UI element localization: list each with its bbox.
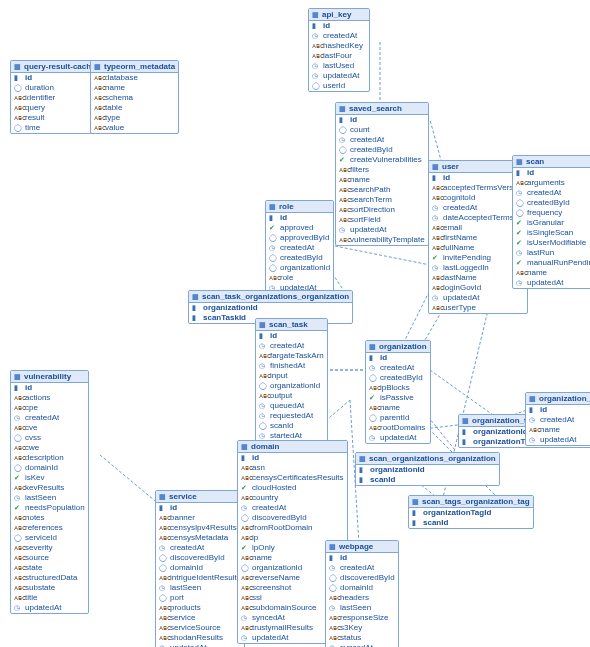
field-row[interactable]: ◯frequency [513,208,590,218]
field-row[interactable]: ◯organizationId [266,263,333,273]
field-row[interactable]: ◷createdAt [526,415,590,425]
entity-query-result-cache[interactable]: ▦query-result-cache▮id◯durationᴀʙᴄidenti… [10,60,100,134]
field-row[interactable]: ᴀʙᴄuserType [429,303,527,313]
entity-service[interactable]: ▦service▮idᴀʙᴄbannerᴀʙᴄcensysIpv4Results… [155,490,245,647]
field-row[interactable]: ◯duration [11,83,99,93]
entity-header[interactable]: ▦scan_organizations_organization [356,453,499,465]
field-row[interactable]: ᴀʙᴄcwe [11,443,88,453]
field-row[interactable]: ◷createdAt [156,543,244,553]
field-row[interactable]: ✔manualRunPending [513,258,590,268]
field-row[interactable]: ◷lastRun [513,248,590,258]
field-row[interactable]: ᴀʙᴄfargateTaskArn [256,351,327,361]
field-row[interactable]: ᴀʙᴄvulnerabilityTemplate [336,235,428,245]
erd-canvas[interactable]: ▦query-result-cache▮id◯durationᴀʙᴄidenti… [0,0,590,647]
field-row[interactable]: ◯domainId [326,583,398,593]
field-row[interactable]: ◷syncedAt [326,643,398,647]
field-row[interactable]: ✔isPassive [366,393,430,403]
field-row[interactable]: ◷updatedAt [11,603,88,613]
field-row[interactable]: ᴀʙᴄsubstate [11,583,88,593]
field-row[interactable]: ◷lastSeen [11,493,88,503]
field-row[interactable]: ᴀʙᴄidentifier [11,93,99,103]
field-row[interactable]: ◯createdById [266,253,333,263]
field-row[interactable]: ▮id [156,503,244,513]
field-row[interactable]: ᴀʙᴄresponseSize [326,613,398,623]
field-row[interactable]: ◷lastSeen [156,583,244,593]
field-row[interactable]: ᴀʙᴄcensysMetadata [156,533,244,543]
field-row[interactable]: ᴀʙᴄtitle [11,593,88,603]
field-row[interactable]: ◯cvss [11,433,88,443]
field-row[interactable]: ▮id [238,453,347,463]
field-row[interactable]: ◷createdAt [266,243,333,253]
field-row[interactable]: ᴀʙᴄcve [11,423,88,433]
field-row[interactable]: ▮id [256,331,327,341]
entity-header[interactable]: ▦scan [513,156,590,168]
entity-scan-orgs[interactable]: ▦scan_organizations_organization▮organiz… [355,452,500,486]
field-row[interactable]: ◷lastUsed [309,61,369,71]
field-row[interactable]: ᴀʙᴄsource [11,553,88,563]
entity-vulnerability[interactable]: ▦vulnerability▮idᴀʙᴄactionsᴀʙᴄcpe◷create… [10,370,89,614]
field-row[interactable]: ᴀʙᴄname [526,425,590,435]
field-row[interactable]: ◷updatedAt [309,71,369,81]
field-row[interactable]: ▮id [11,73,99,83]
field-row[interactable]: ᴀʙᴄproducts [156,603,244,613]
field-row[interactable]: ▮id [266,213,333,223]
entity-header[interactable]: ▦organization_tag [526,393,590,405]
field-row[interactable]: ◷createdAt [238,503,347,513]
field-row[interactable]: ✔needsPopulation [11,503,88,513]
field-row[interactable]: ᴀʙᴄshodanResults [156,633,244,643]
field-row[interactable]: ᴀʙᴄdescription [11,453,88,463]
field-row[interactable]: ◯time [11,123,99,133]
field-row[interactable]: ✔isUserModifiable [513,238,590,248]
field-row[interactable]: ᴀʙᴄactions [11,393,88,403]
field-row[interactable]: ᴀʙᴄhashedKey [309,41,369,51]
field-row[interactable]: ᴀʙᴄcensysCertificatesResults [238,473,347,483]
entity-header[interactable]: ▦scan_task [256,319,327,331]
entity-header[interactable]: ▦saved_search [336,103,428,115]
field-row[interactable]: ◯userId [309,81,369,91]
field-row[interactable]: ▮id [366,353,430,363]
field-row[interactable]: ◷updatedAt [429,293,527,303]
entity-organization-tag[interactable]: ▦organization_tag▮id◷createdAtᴀʙᴄname◷up… [525,392,590,446]
field-row[interactable]: ◯createdById [366,373,430,383]
field-row[interactable]: ◷updatedAt [366,433,430,443]
field-row[interactable]: ᴀʙᴄname [336,175,428,185]
field-row[interactable]: ᴀʙᴄname [91,83,178,93]
field-row[interactable]: ◷updatedAt [526,435,590,445]
field-row[interactable]: ᴀʙᴄtable [91,103,178,113]
field-row[interactable]: ᴀʙᴄfromRootDomain [238,523,347,533]
field-row[interactable]: ✔isGranular [513,218,590,228]
entity-header[interactable]: ▦scan_tags_organization_tag [409,496,533,508]
field-row[interactable]: ▮organizationTagId [409,508,533,518]
field-row[interactable]: ᴀʙᴄnotes [11,513,88,523]
entity-webpage[interactable]: ▦webpage▮id◷createdAt◯discoveredById◯dom… [325,540,399,647]
field-row[interactable]: ◯createdById [336,145,428,155]
field-row[interactable]: ◯organizationId [256,381,327,391]
field-row[interactable]: ᴀʙᴄipBlocks [366,383,430,393]
field-row[interactable]: ᴀʙᴄcpe [11,403,88,413]
field-row[interactable]: ▮id [513,168,590,178]
field-row[interactable]: ◯parentId [366,413,430,423]
field-row[interactable]: ◷requestedAt [256,411,327,421]
field-row[interactable]: ◯serviceId [11,533,88,543]
field-row[interactable]: ▮scanId [409,518,533,528]
field-row[interactable]: ᴀʙᴄserviceSource [156,623,244,633]
field-row[interactable]: ▮id [336,115,428,125]
field-row[interactable]: ◷updatedAt [513,278,590,288]
entity-header[interactable]: ▦scan_task_organizations_organization [189,291,352,303]
field-row[interactable]: ᴀʙᴄinput [256,371,327,381]
entity-scan-tags-org-tag[interactable]: ▦scan_tags_organization_tag▮organization… [408,495,534,529]
field-row[interactable]: ᴀʙᴄbanner [156,513,244,523]
field-row[interactable]: ᴀʙᴄresult [11,113,99,123]
field-row[interactable]: ▮id [526,405,590,415]
entity-header[interactable]: ▦service [156,491,244,503]
field-row[interactable]: ◷createdAt [256,341,327,351]
entity-typeorm-metadata[interactable]: ▦typeorm_metadataᴀʙᴄdatabaseᴀʙᴄnameᴀʙᴄsc… [90,60,179,134]
field-row[interactable]: ᴀʙᴄfilters [336,165,428,175]
field-row[interactable]: ◷updatedAt [156,643,244,647]
field-row[interactable]: ◯createdById [513,198,590,208]
field-row[interactable]: ᴀʙᴄname [366,403,430,413]
entity-saved-search[interactable]: ▦saved_search▮id◯count◷createdAt◯created… [335,102,429,246]
field-row[interactable]: ᴀʙᴄquery [11,103,99,113]
field-row[interactable]: ᴀʙᴄrootDomains [366,423,430,433]
field-row[interactable]: ◷lastSeen [326,603,398,613]
